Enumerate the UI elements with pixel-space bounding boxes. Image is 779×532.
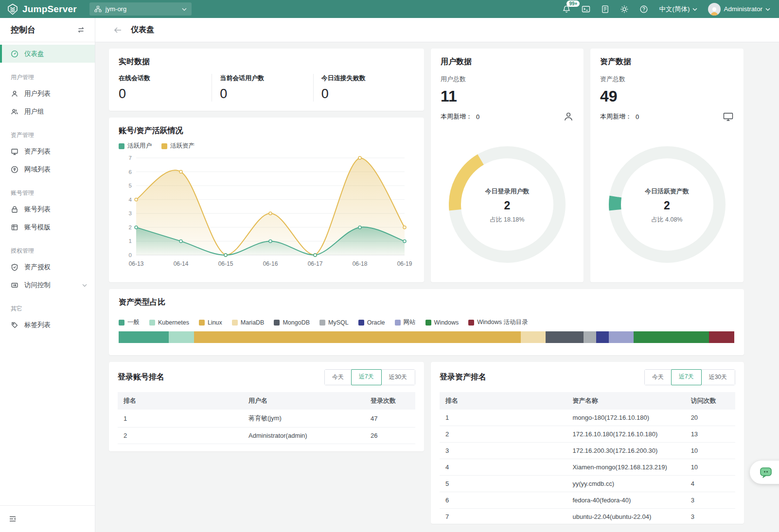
asset-type-stacked-bar bbox=[119, 331, 734, 343]
legend-item[interactable]: MariaDB bbox=[232, 318, 265, 326]
stat-session-users: 当前会话用户数 0 bbox=[212, 74, 313, 102]
notifications-button[interactable]: 99+ bbox=[562, 5, 571, 14]
tab-last-7-days[interactable]: 近7天 bbox=[671, 369, 702, 385]
sidebar-item-dashboard[interactable]: 仪表盘 bbox=[0, 45, 95, 63]
domain-icon bbox=[11, 166, 18, 173]
sidebar-section-assets: 资产管理 bbox=[0, 128, 95, 142]
svg-text:7: 7 bbox=[129, 155, 132, 161]
login-rank-title: 登录账号排名 bbox=[118, 372, 164, 382]
swap-icon[interactable] bbox=[77, 26, 85, 34]
legend-item[interactable]: 一般 bbox=[119, 318, 140, 326]
username: Administrator bbox=[724, 5, 762, 13]
legend-swatch bbox=[358, 320, 364, 326]
table-cell: 10 bbox=[685, 443, 735, 459]
legend-item[interactable]: MongoDB bbox=[274, 318, 310, 326]
asset-rank-title: 登录资产排名 bbox=[440, 372, 486, 382]
sidebar-item-label: 资产授权 bbox=[24, 263, 51, 272]
asset-total-value: 49 bbox=[600, 87, 734, 105]
svg-text:5: 5 bbox=[129, 183, 132, 189]
sidebar-item-domain-list[interactable]: 网域列表 bbox=[0, 160, 95, 178]
svg-text:06-19: 06-19 bbox=[397, 260, 412, 267]
activity-legend: 活跃用户 活跃资产 bbox=[119, 142, 414, 150]
type-bar-segment bbox=[169, 331, 194, 343]
column-header: 排名 bbox=[118, 392, 243, 410]
sidebar-item-account-templates[interactable]: 账号模版 bbox=[0, 218, 95, 236]
legend-item[interactable]: 活跃用户 bbox=[119, 142, 152, 150]
dashboard-icon bbox=[11, 50, 18, 58]
language-selector[interactable]: 中文(简体) bbox=[659, 5, 697, 14]
tab-last-7-days[interactable]: 近7天 bbox=[351, 369, 382, 385]
table-cell: 4 bbox=[685, 476, 735, 492]
asset-donut: 今日活跃资产数 2 占比 4.08% bbox=[609, 146, 726, 265]
type-bar-segment bbox=[596, 331, 609, 343]
user-menu[interactable]: Administrator bbox=[708, 3, 770, 16]
chat-fab-button[interactable] bbox=[750, 461, 779, 484]
type-bar-segment bbox=[546, 331, 584, 343]
activity-card: 账号/资产活跃情况 活跃用户 活跃资产 0123456706-1306- bbox=[109, 118, 424, 282]
legend-label: 活跃用户 bbox=[127, 142, 152, 150]
legend-item[interactable]: 网站 bbox=[395, 318, 416, 326]
sidebar-item-user-list[interactable]: 用户列表 bbox=[0, 85, 95, 103]
table-cell: 3 bbox=[685, 492, 735, 509]
brand: JumpServer bbox=[7, 3, 77, 15]
sidebar-item-asset-list[interactable]: 资产列表 bbox=[0, 142, 95, 160]
svg-text:06-15: 06-15 bbox=[218, 260, 233, 267]
tab-last-30-days[interactable]: 近30天 bbox=[381, 370, 415, 385]
sidebar-item-access-control[interactable]: 访问控制 bbox=[0, 276, 95, 294]
legend-item[interactable]: Oracle bbox=[358, 318, 385, 326]
sidebar-section-other: 其它 bbox=[0, 302, 95, 316]
legend-label: MySQL bbox=[328, 319, 349, 326]
user-data-card: 用户数据 用户总数 11 本周新增： 0 bbox=[431, 49, 584, 282]
sidebar: 控制台 仪表盘 用户管理 bbox=[0, 18, 95, 532]
column-header: 登录次数 bbox=[365, 392, 415, 410]
svg-text:06-17: 06-17 bbox=[308, 260, 323, 267]
table-cell: 26 bbox=[365, 428, 415, 444]
sidebar-item-tag-list[interactable]: 标签列表 bbox=[0, 316, 95, 334]
svg-text:6: 6 bbox=[129, 169, 132, 175]
tab-last-30-days[interactable]: 近30天 bbox=[701, 370, 735, 385]
activity-title: 账号/资产活跃情况 bbox=[119, 126, 414, 136]
tab-today[interactable]: 今天 bbox=[325, 370, 352, 385]
column-header: 访问次数 bbox=[685, 392, 735, 410]
table-cell: 2 bbox=[118, 428, 243, 444]
legend-item[interactable]: Kubernetes bbox=[149, 318, 189, 326]
week-new-value: 0 bbox=[476, 113, 479, 120]
sidebar-collapse-button[interactable] bbox=[0, 505, 95, 532]
legend-item[interactable]: Linux bbox=[199, 318, 222, 326]
legend-item[interactable]: Windows 活动目录 bbox=[468, 318, 528, 326]
table-cell: 1 bbox=[118, 410, 243, 428]
table-cell: 172.16.10.180(172.16.10.180) bbox=[567, 426, 685, 443]
sidebar-item-asset-permissions[interactable]: 资产授权 bbox=[0, 258, 95, 276]
sidebar-item-account-list[interactable]: 账号列表 bbox=[0, 200, 95, 218]
sidebar-title: 控制台 bbox=[11, 24, 35, 35]
shield-check-icon bbox=[11, 263, 18, 271]
org-selector[interactable]: jym-org bbox=[89, 2, 192, 16]
legend-label: Oracle bbox=[367, 319, 385, 326]
legend-swatch bbox=[274, 320, 280, 326]
legend-swatch bbox=[395, 320, 401, 326]
sidebar-item-user-groups[interactable]: 用户组 bbox=[0, 103, 95, 120]
legend-item[interactable]: MySQL bbox=[319, 318, 349, 326]
users-icon bbox=[11, 108, 18, 116]
asset-type-legend: 一般KubernetesLinuxMariaDBMongoDBMySQLOrac… bbox=[119, 318, 734, 326]
sidebar-item-label: 账号模版 bbox=[24, 223, 51, 232]
sidebar-item-label: 用户组 bbox=[24, 107, 44, 116]
donut-ratio-label: 占比 4.08% bbox=[652, 216, 683, 224]
legend-item[interactable]: Windows bbox=[425, 318, 459, 326]
help-button[interactable] bbox=[639, 5, 648, 14]
type-bar-segment bbox=[634, 331, 709, 343]
web-terminal-button[interactable] bbox=[582, 5, 590, 14]
type-bar-segment bbox=[194, 331, 521, 343]
settings-button[interactable] bbox=[620, 5, 629, 14]
user-total-value: 11 bbox=[441, 87, 574, 105]
activity-chart-svg: 0123456706-1306-1406-1506-1606-1706-1806… bbox=[119, 153, 414, 270]
back-arrow-icon[interactable] bbox=[113, 26, 122, 34]
table-cell: 13 bbox=[685, 426, 735, 443]
main-area: 仪表盘 实时数据 在线会话数 0 当前会话用户数 bbox=[95, 18, 779, 532]
legend-item[interactable]: 活跃资产 bbox=[161, 142, 195, 150]
table-cell: Administrator(admin) bbox=[243, 428, 365, 444]
tickets-button[interactable] bbox=[601, 5, 609, 14]
monitor-icon bbox=[11, 148, 18, 155]
tab-today[interactable]: 今天 bbox=[645, 370, 672, 385]
chevron-down-icon bbox=[692, 5, 697, 13]
